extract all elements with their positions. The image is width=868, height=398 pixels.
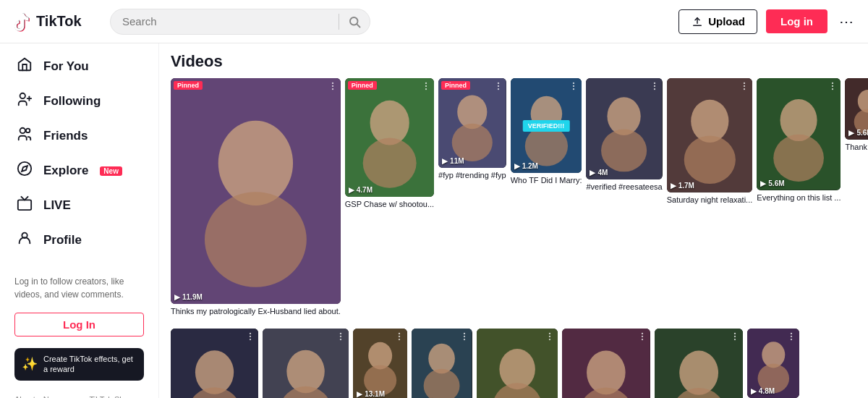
- card-options-icon[interactable]: [545, 331, 555, 344]
- promo-icon: ✨: [22, 356, 38, 372]
- video-card[interactable]: Pinned▶11.9MThinks my patrologically Ex-…: [171, 78, 341, 317]
- card-options-icon[interactable]: [827, 81, 838, 93]
- footer-link[interactable]: TikTok Shop: [89, 395, 132, 398]
- video-card[interactable]: Pinned▶4.7MGSP Chase w/ shootou...: [345, 78, 434, 317]
- sidebar-item-following[interactable]: Following: [0, 84, 158, 119]
- sidebar-item-explore[interactable]: Explore New: [0, 153, 158, 188]
- more-options-button[interactable]: ⋯: [836, 10, 856, 33]
- play-count: ▶4M: [590, 169, 608, 177]
- footer-links: About · Newsroom · TikTok Shop · Contact…: [14, 395, 144, 398]
- svg-point-74: [250, 335, 251, 336]
- video-card[interactable]: ▶5.6MEverything on this list ...: [757, 78, 841, 317]
- card-options-icon[interactable]: [245, 331, 255, 344]
- main-content: Videos Pinned▶11.9MThinks my patrologica…: [159, 43, 868, 398]
- svg-point-103: [549, 338, 550, 339]
- home-icon: [14, 56, 35, 77]
- play-count: ▶4.8M: [751, 387, 775, 395]
- video-card[interactable]: ▶5.2MPart Thirteen- *Replo...: [477, 329, 558, 398]
- play-count: ▶4.7M: [349, 186, 373, 194]
- sidebar-item-for-you[interactable]: For You: [0, 49, 158, 84]
- svg-point-124: [791, 338, 792, 339]
- video-card[interactable]: ▶1.7MSaturday night relaxati...: [667, 78, 753, 317]
- card-options-icon[interactable]: [328, 81, 338, 93]
- svg-point-8: [26, 129, 30, 133]
- video-caption: Thank you ...: [845, 142, 868, 152]
- search-button[interactable]: [339, 9, 370, 34]
- card-options-icon[interactable]: [394, 331, 404, 344]
- footer-link[interactable]: About: [14, 395, 35, 398]
- video-card[interactable]: Pinned▶11M#fyp #trending #fyp: [438, 78, 506, 317]
- svg-point-95: [463, 335, 464, 336]
- card-options-icon[interactable]: [493, 81, 503, 93]
- sidebar-login-button[interactable]: Log In: [14, 313, 144, 336]
- play-count: ▶5.6M: [848, 129, 868, 137]
- card-options-icon[interactable]: [569, 81, 579, 93]
- play-count: ▶5.6M: [760, 179, 784, 187]
- svg-point-81: [340, 335, 341, 336]
- svg-point-101: [549, 332, 550, 334]
- login-button[interactable]: Log in: [766, 9, 827, 33]
- card-options-icon[interactable]: [421, 81, 431, 93]
- svg-point-115: [734, 332, 736, 334]
- play-icon: ▶: [349, 186, 354, 194]
- card-options-icon[interactable]: [730, 331, 740, 344]
- svg-point-18: [332, 85, 333, 87]
- svg-point-89: [399, 338, 400, 339]
- svg-point-109: [641, 335, 642, 336]
- explore-icon: [14, 161, 35, 181]
- profile-icon: [14, 230, 35, 250]
- play-count: ▶11.9M: [174, 293, 203, 301]
- card-options-icon[interactable]: [650, 81, 660, 93]
- svg-point-110: [641, 338, 642, 339]
- svg-rect-11: [18, 200, 31, 210]
- video-card[interactable]: VERIFIED!!!▶1.2MWho TF Did I Marry:: [511, 78, 582, 317]
- footer-link-separator: ·: [84, 395, 86, 398]
- pinned-badge: Pinned: [174, 81, 203, 90]
- video-card[interactable]: ▶4.9MPart Seven- *Reupload...: [562, 329, 650, 398]
- card-options-icon[interactable]: [336, 331, 346, 344]
- video-caption: Saturday night relaxati...: [667, 195, 753, 205]
- video-card[interactable]: ▶4M#verified #reesateesa: [586, 78, 662, 317]
- svg-point-46: [654, 85, 655, 87]
- video-card[interactable]: ▶13.1MPart 51: PSA ...: [353, 329, 407, 398]
- svg-point-45: [654, 82, 655, 84]
- promo-text: Create TikTok effects, get a reward: [43, 354, 137, 375]
- promo-banner[interactable]: ✨ Create TikTok effects, get a reward: [14, 348, 144, 381]
- play-icon: ▶: [760, 179, 766, 187]
- card-options-icon[interactable]: [637, 331, 647, 344]
- video-caption: #verified #reesateesa: [586, 182, 662, 192]
- play-count: ▶1.2M: [514, 162, 538, 170]
- card-options-icon[interactable]: [459, 331, 469, 344]
- play-icon: ▶: [751, 387, 757, 395]
- video-card[interactable]: ▶3.1MPlease please report th...: [655, 329, 743, 398]
- upload-button[interactable]: Upload: [678, 9, 757, 34]
- following-icon: [14, 91, 35, 111]
- video-card[interactable]: ▶9MHelp me plan!! ...: [412, 329, 472, 398]
- verified-badge: VERIFIED!!!: [523, 120, 570, 132]
- search-input[interactable]: [111, 9, 339, 33]
- footer-link-separator: ·: [136, 395, 138, 398]
- sidebar-item-friends-label: Friends: [43, 129, 88, 143]
- logo[interactable]: TikTok: [12, 12, 98, 32]
- video-card[interactable]: ▶6.2MA special "Thank You" ...: [263, 329, 349, 398]
- live-icon: [14, 195, 35, 216]
- sidebar-item-profile[interactable]: Profile: [0, 223, 158, 258]
- card-options-icon[interactable]: [739, 81, 749, 93]
- upload-icon: [691, 15, 704, 28]
- pinned-badge: Pinned: [441, 81, 470, 90]
- card-options-icon[interactable]: [786, 331, 796, 344]
- video-card[interactable]: ▶4.8MPart 20 ...: [747, 329, 800, 398]
- sidebar-item-friends[interactable]: Friends: [0, 119, 158, 153]
- sidebar-item-live[interactable]: LIVE: [0, 188, 158, 223]
- footer-link[interactable]: Newsroom: [43, 395, 82, 398]
- svg-point-116: [734, 335, 736, 336]
- svg-point-7: [20, 128, 25, 133]
- video-card[interactable]: ▶2.5MSending this to anyone...: [171, 329, 258, 398]
- svg-point-60: [832, 85, 833, 87]
- play-icon: ▶: [671, 182, 676, 190]
- svg-point-25: [425, 85, 427, 87]
- section-title: Videos: [171, 52, 856, 71]
- play-icon: ▶: [590, 169, 595, 177]
- svg-line-1: [357, 24, 359, 27]
- video-card[interactable]: ▶5.6MThank you ...: [845, 78, 868, 317]
